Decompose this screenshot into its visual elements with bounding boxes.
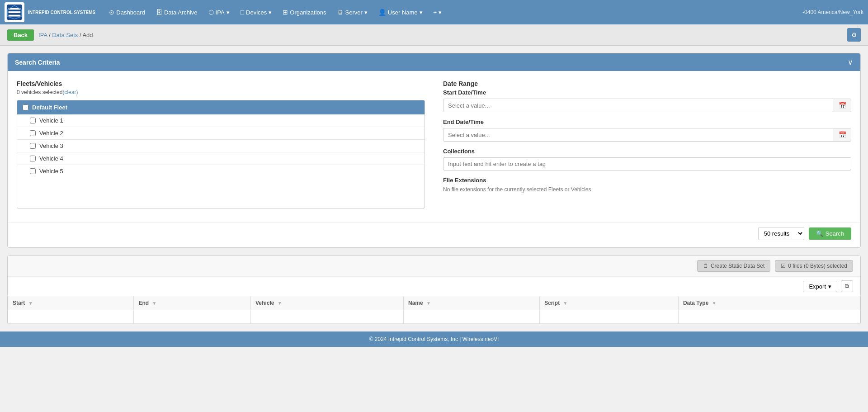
results-panel: 🗒 Create Static Data Set ☑ 0 files (0 By…: [7, 255, 861, 324]
vehicle-2-label: Vehicle 2: [39, 130, 63, 137]
files-selected-label: 0 files (0 Bytes) selected: [788, 263, 847, 269]
breadcrumb-current: Add: [82, 32, 93, 38]
brand-logo-svg: [6, 4, 23, 21]
col-vehicle-label: Vehicle: [255, 300, 274, 306]
collections-label: Collections: [443, 148, 851, 155]
col-end: End ▼: [134, 296, 251, 310]
navbar: INTREPID CONTROL SYSTEMS ⊙ Dashboard 🗄 D…: [0, 0, 868, 24]
collections-input[interactable]: [443, 157, 851, 170]
col-script: Script ▼: [540, 296, 679, 310]
info-button[interactable]: ⚙: [847, 28, 861, 42]
date-range-title: Date Range: [443, 80, 851, 87]
nav-devices-label: Devices: [246, 9, 267, 16]
nav-ipa-label: IPA: [216, 9, 225, 16]
table-header: Start ▼ End ▼ Vehicle ▼ Name ▼ Script: [8, 296, 860, 310]
results-toolbar: 🗒 Create Static Data Set ☑ 0 files (0 By…: [8, 256, 860, 277]
vehicle-1-checkbox[interactable]: [30, 118, 36, 123]
nav-devices[interactable]: □ Devices ▾: [236, 6, 277, 19]
vehicle-4-label: Vehicle 4: [39, 155, 63, 162]
daterange-section: Date Range Start Date/Time 📅 End Date/Ti…: [443, 80, 851, 208]
start-date-calendar-button[interactable]: 📅: [834, 99, 851, 112]
vehicle-4-checkbox[interactable]: [30, 156, 36, 161]
search-label: Search: [826, 230, 844, 237]
results-actions: Export ▾ ⧉: [8, 277, 860, 296]
end-date-calendar-button[interactable]: 📅: [834, 128, 851, 141]
nav-dashboard[interactable]: ⊙ Dashboard: [104, 6, 150, 19]
default-fleet-label: Default Fleet: [32, 104, 67, 111]
results-per-page-select[interactable]: 50 results 25 results 100 results: [758, 227, 804, 240]
filter-icon[interactable]: ▼: [152, 301, 156, 306]
vehicle-3-label: Vehicle 3: [39, 142, 63, 149]
filter-icon[interactable]: ▼: [712, 301, 717, 306]
nav-organizations[interactable]: ⊞ Organizations: [278, 6, 330, 19]
panel-header[interactable]: Search Criteria ∨: [8, 53, 860, 71]
col-vehicle: Vehicle ▼: [251, 296, 404, 310]
search-icon: 🔍: [816, 230, 823, 237]
vehicle-3-checkbox[interactable]: [30, 143, 36, 149]
breadcrumb-datasets[interactable]: Data Sets: [52, 32, 78, 38]
footer-text: © 2024 Intrepid Control Systems, Inc | W…: [369, 336, 499, 342]
start-date-input[interactable]: [443, 99, 834, 112]
calendar-icon: 📅: [839, 102, 846, 109]
col-name-label: Name: [408, 300, 423, 306]
vehicle-5-checkbox[interactable]: [30, 168, 36, 174]
back-button[interactable]: Back: [7, 29, 34, 41]
brand-name: INTREPID CONTROL SYSTEMS: [28, 9, 95, 15]
end-date-label: End Date/Time: [443, 118, 851, 125]
table-row: [8, 310, 860, 324]
filter-icon[interactable]: ▼: [426, 301, 431, 306]
start-date-label: Start Date/Time: [443, 89, 851, 96]
col-start: Start ▼: [8, 296, 134, 310]
dataset-icon: 🗒: [703, 263, 708, 269]
count-text: 0 vehicles selected: [17, 89, 62, 95]
table-body: [8, 310, 860, 324]
svg-rect-2: [9, 11, 21, 13]
create-dataset-button[interactable]: 🗒 Create Static Data Set: [697, 260, 770, 272]
fleet-tree: Default Fleet Vehicle 1 Vehicle 2 Vehicl…: [17, 100, 425, 208]
filter-icon[interactable]: ▼: [278, 301, 282, 306]
info-icon: ⚙: [851, 31, 857, 38]
vehicle-item: Vehicle 5: [17, 165, 425, 177]
export-dropdown-icon: ▾: [828, 283, 831, 290]
search-criteria-panel: Search Criteria ∨ Fleets/Vehicles 0 vehi…: [7, 53, 861, 248]
copy-button[interactable]: ⧉: [841, 280, 853, 292]
fleet-tree-inner[interactable]: Default Fleet Vehicle 1 Vehicle 2 Vehicl…: [17, 100, 425, 208]
filter-icon[interactable]: ▼: [28, 301, 33, 306]
vehicle-item: Vehicle 1: [17, 114, 425, 127]
col-end-label: End: [138, 300, 149, 306]
clear-link[interactable]: (clear): [62, 89, 78, 95]
filter-icon[interactable]: ▼: [563, 301, 568, 306]
devices-dropdown-icon: ▾: [269, 9, 272, 16]
nav-menu: ⊙ Dashboard 🗄 Data Archive ⬡ IPA ▾ □ Dev…: [104, 6, 802, 19]
chevron-down-icon: ∨: [848, 58, 853, 66]
calendar-icon: 📅: [839, 131, 846, 138]
vehicle-item: Vehicle 2: [17, 127, 425, 140]
nav-server[interactable]: 🖥 Server ▾: [333, 6, 372, 19]
files-selected-button[interactable]: ☑ 0 files (0 Bytes) selected: [775, 260, 853, 272]
search-button[interactable]: 🔍 Search: [809, 227, 851, 240]
nav-ipa[interactable]: ⬡ IPA ▾: [204, 6, 234, 19]
nav-data-archive[interactable]: 🗄 Data Archive: [151, 6, 202, 19]
nav-plus[interactable]: + ▾: [429, 6, 447, 19]
organizations-icon: ⊞: [283, 9, 288, 16]
breadcrumb-ipa[interactable]: IPA: [38, 32, 47, 38]
end-date-input[interactable]: [443, 129, 834, 141]
export-label: Export: [809, 283, 826, 290]
dashboard-icon: ⊙: [109, 9, 114, 16]
vehicle-2-checkbox[interactable]: [30, 130, 36, 136]
ipa-dropdown-icon: ▾: [226, 9, 230, 16]
plus-dropdown-icon: ▾: [439, 9, 442, 16]
panel-body: Fleets/Vehicles 0 vehicles selected(clea…: [8, 71, 860, 218]
create-dataset-label: Create Static Data Set: [711, 263, 764, 269]
nav-user-label: User Name: [388, 9, 418, 16]
default-fleet-header[interactable]: Default Fleet: [17, 100, 425, 114]
checkbox-icon: ☑: [781, 263, 786, 269]
default-fleet-checkbox[interactable]: [23, 104, 28, 110]
server-icon: 🖥: [337, 9, 344, 16]
export-button[interactable]: Export ▾: [803, 281, 837, 292]
breadcrumb-bar: Back IPA / Data Sets / Add ⚙: [0, 24, 868, 46]
server-dropdown-icon: ▾: [364, 9, 368, 16]
user-icon: 👤: [378, 9, 386, 16]
data-archive-icon: 🗄: [156, 9, 162, 16]
nav-user[interactable]: 👤 User Name ▾: [374, 6, 427, 19]
